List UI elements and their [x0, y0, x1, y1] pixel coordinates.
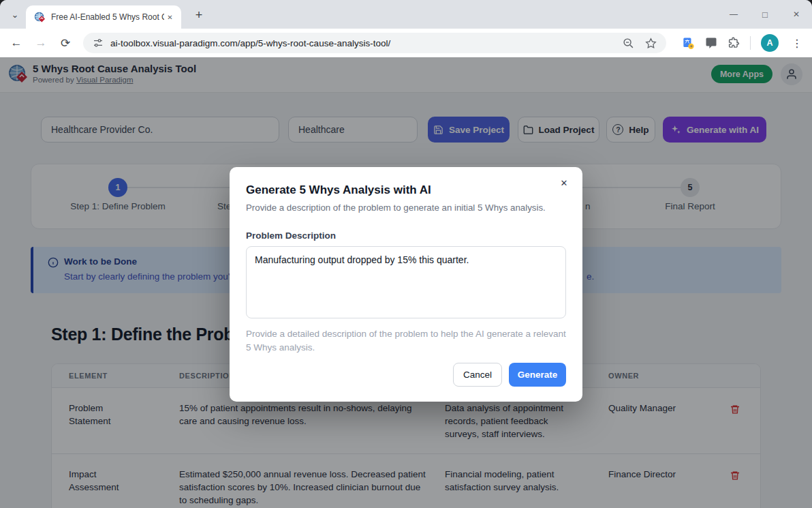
new-tab-button[interactable]: + — [191, 7, 207, 23]
problem-description-textarea[interactable]: Manufacturing output dropped by 15% this… — [246, 246, 566, 318]
divider — [750, 36, 751, 50]
modal-title: Generate 5 Whys Analysis with AI — [246, 183, 566, 197]
window-maximize-button[interactable]: □ — [749, 0, 781, 29]
page-viewport: 5 Whys Root Cause Analysis Tool Powered … — [0, 57, 812, 508]
extensions-puzzle-icon[interactable] — [728, 37, 740, 49]
window-minimize-button[interactable]: — — [718, 0, 749, 29]
browser-navbar: ← → ⟳ ai-toolbox.visual-paradigm.com/app… — [0, 29, 812, 57]
generate-ai-modal: ✕ Generate 5 Whys Analysis with AI Provi… — [230, 167, 582, 402]
modal-subtitle: Provide a description of the problem to … — [246, 203, 566, 213]
problem-description-label: Problem Description — [246, 230, 566, 241]
translate-icon[interactable] — [682, 37, 695, 50]
browser-menu-icon[interactable]: ⋮ — [789, 37, 805, 50]
navbar-right-icons: A ⋮ — [682, 33, 805, 53]
url-text[interactable]: ai-toolbox.visual-paradigm.com/app/5-why… — [110, 38, 617, 48]
field-helper-text: Provide a detailed description of the pr… — [246, 327, 567, 355]
profile-avatar[interactable]: A — [761, 34, 779, 52]
generate-button[interactable]: Generate — [509, 363, 566, 387]
tab-close-icon[interactable]: ✕ — [164, 12, 176, 23]
site-favicon-icon — [34, 12, 46, 23]
tab-strip: ⌄ Free AI-Enabled 5 Whys Root C ✕ + — □ … — [0, 0, 812, 29]
reload-button[interactable]: ⟳ — [56, 33, 75, 53]
tab-title: Free AI-Enabled 5 Whys Root C — [51, 12, 164, 22]
forward-button[interactable]: → — [31, 33, 50, 53]
zoom-out-icon[interactable] — [623, 38, 634, 49]
chevron-down-icon: ⌄ — [12, 10, 19, 20]
window-controls: — □ ✕ — [718, 0, 812, 29]
tab-search-button[interactable]: ⌄ — [7, 6, 23, 23]
cancel-button[interactable]: Cancel — [453, 363, 502, 387]
modal-close-icon[interactable]: ✕ — [557, 175, 572, 190]
browser-window: ⌄ Free AI-Enabled 5 Whys Root C ✕ + — □ … — [0, 0, 812, 508]
modal-actions: Cancel Generate — [453, 363, 566, 387]
address-bar[interactable]: ai-toolbox.visual-paradigm.com/app/5-why… — [83, 33, 666, 53]
window-close-button[interactable]: ✕ — [781, 0, 812, 29]
comment-icon[interactable] — [705, 37, 717, 49]
back-button[interactable]: ← — [7, 33, 26, 53]
bookmark-star-icon[interactable] — [645, 38, 657, 49]
site-info-tune-icon[interactable] — [93, 38, 104, 48]
browser-tab[interactable]: Free AI-Enabled 5 Whys Root C ✕ — [26, 5, 181, 29]
